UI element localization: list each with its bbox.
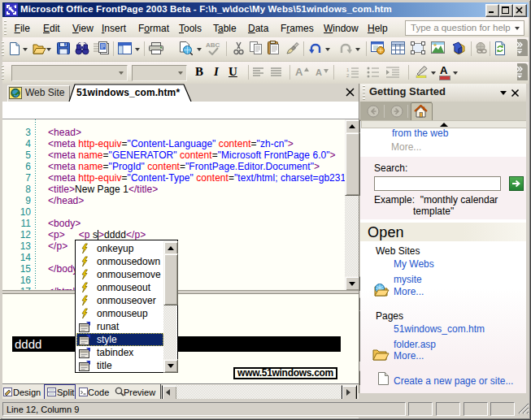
svg-text:2: 2 — [346, 73, 350, 78]
svg-text:1: 1 — [346, 67, 350, 72]
